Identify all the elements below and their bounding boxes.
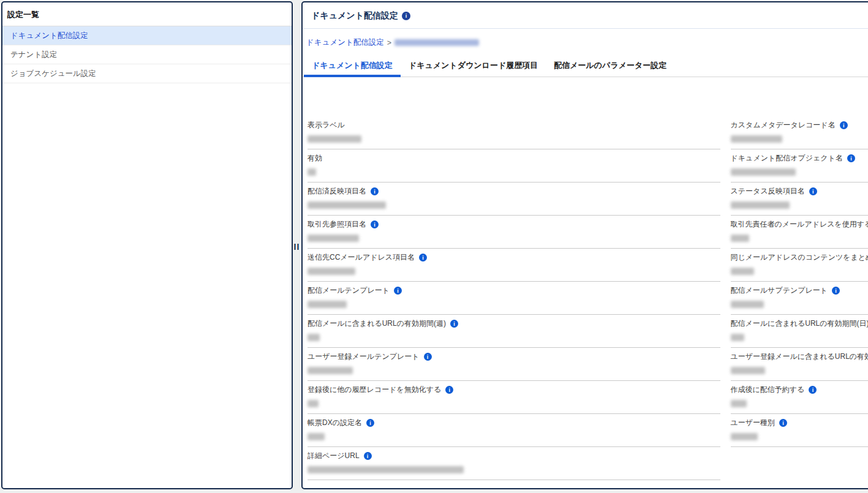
- redacted-value: [308, 135, 361, 143]
- field-label-text: ステータス反映項目名: [731, 186, 805, 197]
- field-row: 取引先参照項目名i: [308, 216, 720, 249]
- info-icon[interactable]: i: [840, 121, 848, 129]
- field-label-text: 配信メールに含まれるURLの有効期間(週): [308, 318, 446, 329]
- field-label: 同じメールアドレスのコンテンツをまとめる: [731, 252, 868, 263]
- redacted-value: [308, 168, 316, 176]
- field-row: 配信メールサブテンプレートi: [731, 282, 868, 315]
- info-icon[interactable]: i: [809, 386, 817, 394]
- info-icon[interactable]: i: [832, 287, 840, 295]
- form-column-left: 表示ラベル 有効 配信済反映項目名i 取引先参照項目名i 送信先CCメールアドレ…: [308, 116, 720, 480]
- field-label-text: 登録後に他の履歴レコードを無効化する: [308, 385, 441, 395]
- field-label-text: ユーザー登録メールテンプレート: [308, 352, 420, 362]
- field-row: 取引先責任者のメールアドレスを使用するi: [731, 216, 868, 249]
- field-row: ステータス反映項目名i: [731, 183, 868, 216]
- redacted-value: [731, 235, 749, 242]
- info-icon[interactable]: i: [402, 12, 410, 20]
- info-icon[interactable]: i: [371, 220, 379, 228]
- field-label-text: 配信メールサブテンプレート: [731, 285, 828, 296]
- info-icon[interactable]: i: [419, 254, 427, 262]
- field-label-text: 配信メールに含まれるURLの有効期間(日): [731, 318, 868, 329]
- redacted-value: [731, 201, 790, 209]
- info-icon[interactable]: i: [847, 154, 855, 162]
- info-icon[interactable]: i: [394, 287, 402, 295]
- field-row: 詳細ページURLi: [308, 447, 720, 480]
- info-icon[interactable]: i: [371, 187, 379, 195]
- field-row: ユーザー登録メールに含まれるURLの有効期間(分)i: [731, 348, 868, 381]
- field-row: 配信済反映項目名i: [308, 183, 720, 216]
- field-row: 登録後に他の履歴レコードを無効化するi: [308, 381, 720, 414]
- field-label-text: 同じメールアドレスのコンテンツをまとめる: [731, 252, 868, 263]
- field-label: 登録後に他の履歴レコードを無効化するi: [308, 385, 720, 395]
- field-label: カスタムメタデータレコード名i: [731, 120, 868, 130]
- sidebar-item-document-delivery-settings[interactable]: ドキュメント配信設定: [2, 26, 292, 45]
- field-label: ステータス反映項目名i: [731, 186, 868, 197]
- field-row: ドキュメント配信オブジェクト名i: [731, 149, 868, 183]
- field-row: 配信メールに含まれるURLの有効期間(週)i: [308, 315, 720, 348]
- field-label: ユーザー登録メールテンプレートi: [308, 352, 720, 362]
- redacted-value: [308, 334, 320, 341]
- field-row: 送信先CCメールアドレス項目名i: [308, 249, 720, 282]
- panel-title-bar: ドキュメント配信設定 i: [303, 2, 868, 29]
- field-row: 帳票DXの設定名i: [308, 414, 720, 447]
- field-label: 配信メールテンプレートi: [308, 285, 720, 296]
- field-label-text: ユーザー登録メールに含まれるURLの有効期間(分): [731, 352, 868, 362]
- info-icon[interactable]: i: [809, 187, 817, 195]
- redacted-value: [308, 367, 353, 374]
- info-icon[interactable]: i: [445, 386, 453, 394]
- breadcrumb: ドキュメント配信設定 >: [303, 29, 868, 50]
- redacted-value: [308, 466, 464, 473]
- field-label: 配信メールサブテンプレートi: [731, 285, 868, 296]
- field-row: 同じメールアドレスのコンテンツをまとめる: [731, 249, 868, 282]
- redacted-value: [731, 135, 782, 143]
- field-row: 配信メールに含まれるURLの有効期間(日)i: [731, 315, 868, 348]
- tab-document-download-history-fields[interactable]: ドキュメントダウンロード履歴項目: [401, 56, 546, 77]
- info-icon[interactable]: i: [364, 452, 372, 460]
- field-row: 配信メールテンプレートi: [308, 282, 720, 315]
- breadcrumb-current-redacted: [394, 39, 479, 46]
- field-label: ドキュメント配信オブジェクト名i: [731, 153, 868, 164]
- document-delivery-settings-panel: ドキュメント配信設定 i ドキュメント配信設定 > ドキュメント配信設定 ドキュ…: [301, 1, 868, 489]
- redacted-value: [308, 201, 386, 209]
- field-label-text: 詳細ページURL: [308, 451, 360, 461]
- info-icon[interactable]: i: [366, 419, 374, 427]
- sidebar-item-tenant-settings[interactable]: テナント設定: [2, 45, 292, 64]
- redacted-value: [731, 301, 764, 308]
- field-label: 表示ラベル: [308, 120, 720, 130]
- field-label: 詳細ページURLi: [308, 451, 720, 461]
- page-title: ドキュメント配信設定: [311, 10, 398, 21]
- settings-form: 表示ラベル 有効 配信済反映項目名i 取引先参照項目名i 送信先CCメールアドレ…: [303, 116, 868, 480]
- field-label: 取引先責任者のメールアドレスを使用するi: [731, 219, 868, 230]
- field-label-text: 表示ラベル: [308, 120, 345, 130]
- redacted-value: [731, 268, 754, 275]
- tab-document-delivery-settings[interactable]: ドキュメント配信設定: [304, 56, 401, 77]
- breadcrumb-link[interactable]: ドキュメント配信設定: [306, 37, 384, 48]
- field-row: カスタムメタデータレコード名i: [731, 116, 868, 149]
- form-column-right: カスタムメタデータレコード名i ドキュメント配信オブジェクト名i ステータス反映…: [731, 116, 868, 480]
- field-row: 表示ラベル: [308, 116, 720, 149]
- tab-delivery-mail-parameter-settings[interactable]: 配信メールのパラメーター設定: [546, 56, 674, 77]
- field-label: 送信先CCメールアドレス項目名i: [308, 252, 720, 263]
- field-label: 作成後に配信予約するi: [731, 385, 868, 395]
- redacted-value: [731, 367, 765, 374]
- field-label: 配信メールに含まれるURLの有効期間(日)i: [731, 318, 868, 329]
- field-label: 配信済反映項目名i: [308, 186, 720, 197]
- tab-bar: ドキュメント配信設定 ドキュメントダウンロード履歴項目 配信メールのパラメーター…: [303, 56, 868, 77]
- redacted-value: [731, 433, 758, 440]
- field-label: 配信メールに含まれるURLの有効期間(週)i: [308, 318, 720, 329]
- field-label: ユーザー種別i: [731, 418, 868, 428]
- info-icon[interactable]: i: [424, 353, 432, 361]
- info-icon[interactable]: i: [779, 419, 787, 427]
- redacted-value: [308, 400, 319, 407]
- panel-resize-handle[interactable]: II: [292, 242, 301, 252]
- field-label-text: 配信メールテンプレート: [308, 285, 390, 296]
- field-label-text: 送信先CCメールアドレス項目名: [308, 252, 415, 263]
- redacted-value: [731, 168, 796, 176]
- field-label-text: 取引先参照項目名: [308, 219, 366, 230]
- field-row: 有効: [308, 149, 720, 183]
- field-row: ユーザー種別i: [731, 414, 868, 447]
- info-icon[interactable]: i: [450, 320, 458, 328]
- redacted-value: [308, 433, 325, 440]
- breadcrumb-separator: >: [387, 39, 391, 47]
- sidebar-item-job-schedule-settings[interactable]: ジョブスケジュール設定: [2, 64, 292, 83]
- field-label-text: 取引先責任者のメールアドレスを使用する: [731, 219, 868, 230]
